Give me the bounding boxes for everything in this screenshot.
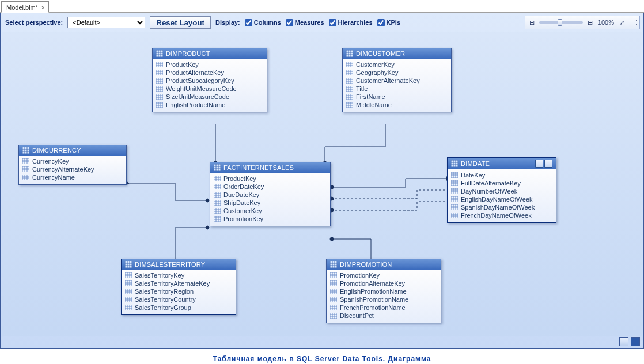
measures-checkbox[interactable] <box>286 19 293 26</box>
columns-toggle[interactable]: Columns <box>245 19 281 26</box>
column-row[interactable]: ProductSubcategoryKey <box>155 77 264 85</box>
entity-maximize-icon[interactable] <box>535 160 543 168</box>
zoom-slider[interactable] <box>539 21 583 24</box>
tab-model-bim[interactable]: Model.bim* × <box>1 1 49 13</box>
svg-rect-168 <box>125 261 132 268</box>
column-row[interactable]: SalesTerritoryCountry <box>124 295 233 304</box>
columns-checkbox[interactable] <box>245 19 252 26</box>
column-row[interactable]: PromotionKey <box>213 215 328 223</box>
column-row[interactable]: WeightUnitMeasureCode <box>155 85 264 93</box>
table-icon <box>22 147 29 154</box>
svg-rect-63 <box>346 86 353 92</box>
column-row[interactable]: CurrencyAlternateKey <box>21 165 124 173</box>
table-icon <box>451 160 458 167</box>
column-label: DueDateKey <box>223 191 259 198</box>
entity-title: DimCustomer <box>356 50 405 57</box>
close-icon[interactable]: × <box>41 5 45 11</box>
svg-rect-78 <box>22 147 29 154</box>
column-row[interactable]: FrenchDayNameOfWeek <box>450 211 554 219</box>
kpis-toggle[interactable]: KPIs <box>377 19 400 26</box>
column-label: EnglishDayNameOfWeek <box>461 196 533 203</box>
column-row[interactable]: CustomerAlternateKey <box>345 77 449 85</box>
fit-icon[interactable]: ⤢ <box>618 18 626 26</box>
column-label: GeographyKey <box>356 69 398 76</box>
hierarchies-toggle[interactable]: Hierarchies <box>329 19 373 26</box>
column-row[interactable]: ProductKey <box>155 60 264 69</box>
column-row[interactable]: DueDateKey <box>213 191 328 199</box>
entity-columns: CurrencyKeyCurrencyAlternateKeyCurrencyN… <box>19 156 126 184</box>
column-label: OrderDateKey <box>223 183 264 190</box>
hierarchies-checkbox[interactable] <box>329 19 336 26</box>
entity-dimdate[interactable]: DimDate DateKeyFullDateAlternateKeyDayNu… <box>447 157 556 223</box>
entity-dimcustomer[interactable]: DimCustomer CustomerKeyGeographyKeyCusto… <box>342 48 452 112</box>
entity-restore-icon[interactable] <box>544 160 552 168</box>
entity-factinternetsales[interactable]: FactInternetSales ProductKeyOrderDateKey… <box>210 162 331 226</box>
column-row[interactable]: SalesTerritoryGroup <box>124 304 233 312</box>
svg-rect-213 <box>330 289 337 294</box>
column-label: SalesTerritoryAlternateKey <box>135 280 210 287</box>
column-row[interactable]: CurrencyKey <box>21 157 124 165</box>
column-row[interactable]: SalesTerritoryRegion <box>124 287 233 295</box>
column-row[interactable]: GeographyKey <box>345 69 449 77</box>
column-icon <box>156 86 163 92</box>
svg-rect-28 <box>156 86 163 92</box>
svg-rect-108 <box>214 184 221 189</box>
diagram-canvas[interactable]: DimProduct ProductKeyProductAlternateKey… <box>2 32 642 336</box>
svg-rect-8 <box>156 50 163 57</box>
column-row[interactable]: CustomerKey <box>213 207 328 215</box>
column-row[interactable]: SalesTerritoryAlternateKey <box>124 279 233 287</box>
column-row[interactable]: DayNumberOfWeek <box>450 187 554 195</box>
column-row[interactable]: FirstName <box>345 93 449 101</box>
column-row[interactable]: CurrencyName <box>21 173 124 181</box>
entity-dimproduct[interactable]: DimProduct ProductKeyProductAlternateKey… <box>152 48 267 112</box>
svg-rect-158 <box>451 204 458 210</box>
column-icon <box>330 280 337 286</box>
zoom-out-icon[interactable]: ⊟ <box>528 18 536 26</box>
column-row[interactable]: DateKey <box>450 171 554 179</box>
column-row[interactable]: ProductKey <box>213 175 328 183</box>
column-row[interactable]: SalesTerritoryKey <box>124 271 233 279</box>
column-row[interactable]: EnglishPromotionName <box>329 287 438 295</box>
perspective-select[interactable]: <Default> <box>67 17 145 28</box>
column-row[interactable]: MiddleName <box>345 101 449 109</box>
entity-dimcurrency[interactable]: DimCurrency CurrencyKeyCurrencyAlternate… <box>18 145 127 185</box>
entity-dimsalesterritory[interactable]: DimSalesTerritory SalesTerritoryKeySales… <box>121 259 236 315</box>
column-row[interactable]: PromotionAlternateKey <box>329 279 438 287</box>
grid-view-icon[interactable] <box>619 337 628 346</box>
zoom-control[interactable]: ⊟ ⊞ 100% ⤢ ⛶ <box>525 16 640 29</box>
column-row[interactable]: DiscountPct <box>329 312 438 320</box>
measures-toggle[interactable]: Measures <box>286 19 324 26</box>
column-row[interactable]: ShipDateKey <box>213 199 328 207</box>
column-label: MiddleName <box>356 101 392 108</box>
column-label: ShipDateKey <box>223 199 260 206</box>
fullscreen-icon[interactable]: ⛶ <box>629 18 637 26</box>
entity-title: DimSalesTerritory <box>135 261 205 268</box>
column-row[interactable]: EnglishProductName <box>155 101 264 109</box>
tab-label: Model.bim* <box>6 4 38 11</box>
kpis-checkbox[interactable] <box>377 19 385 26</box>
column-row[interactable]: Title <box>345 85 449 93</box>
column-icon <box>156 94 163 100</box>
zoom-in-icon[interactable]: ⊞ <box>586 18 594 26</box>
svg-rect-128 <box>214 216 221 222</box>
svg-rect-228 <box>330 313 337 318</box>
svg-rect-98 <box>214 164 221 171</box>
column-row[interactable]: FrenchPromotionName <box>329 304 438 312</box>
column-row[interactable]: EnglishDayNameOfWeek <box>450 195 554 203</box>
column-icon <box>156 78 163 84</box>
diagram-view-icon[interactable] <box>631 337 640 346</box>
column-icon <box>214 200 221 206</box>
column-label: WeightUnitMeasureCode <box>166 85 237 92</box>
zoom-thumb[interactable] <box>558 19 562 26</box>
column-row[interactable]: PromotionKey <box>329 271 438 279</box>
column-row[interactable]: CustomerKey <box>345 60 449 69</box>
column-label: SalesTerritoryRegion <box>135 288 194 295</box>
column-row[interactable]: SizeUnitMeasureCode <box>155 93 264 101</box>
column-row[interactable]: SpanishDayNameOfWeek <box>450 203 554 211</box>
entity-dimpromotion[interactable]: DimPromotion PromotionKeyPromotionAltern… <box>326 259 441 323</box>
column-row[interactable]: SpanishPromotionName <box>329 295 438 304</box>
reset-layout-button[interactable]: Reset Layout <box>150 16 211 29</box>
column-row[interactable]: ProductAlternateKey <box>155 69 264 77</box>
column-row[interactable]: OrderDateKey <box>213 183 328 191</box>
column-row[interactable]: FullDateAlternateKey <box>450 179 554 187</box>
